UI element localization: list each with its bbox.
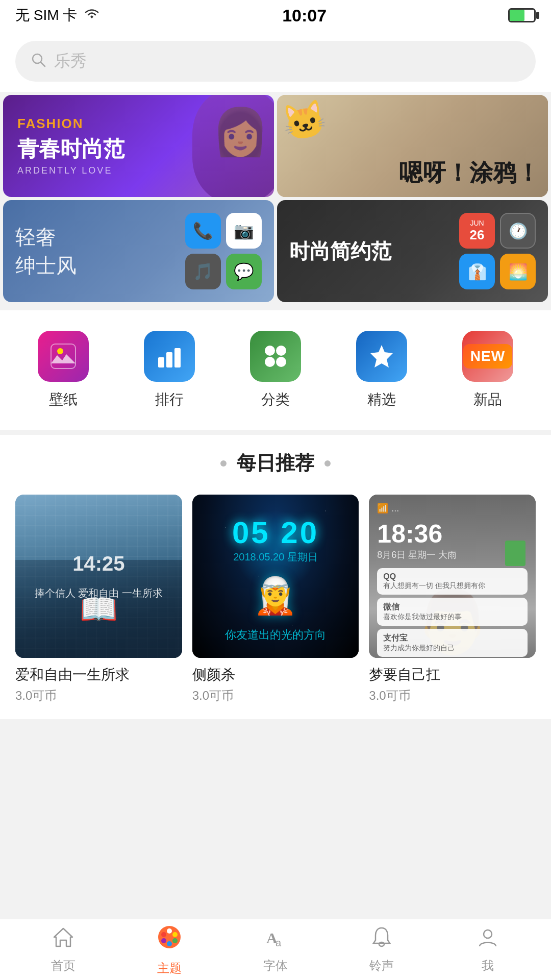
theme-date-3: 8月6日 星期一 大雨 [377,549,528,561]
svg-point-10 [276,357,286,367]
theme-price-1: 3.0可币 [15,688,182,704]
theme-name-1: 爱和自由一生所求 [15,665,182,684]
svg-marker-12 [54,928,72,946]
svg-rect-5 [166,352,172,368]
svg-marker-11 [370,345,393,368]
nav-ringtone-label: 铃声 [369,958,394,974]
cat-category[interactable]: 分类 [250,331,301,409]
theme-card-2[interactable]: 05 20 2018.05.20 星期日 🧝 你友道出的光的方向 侧颜杀 3.0… [192,495,359,704]
cat-featured[interactable]: 精选 [356,331,407,409]
theme-img-1: 📖 14:25 捧个信人 爱和自由 一生所求 [15,495,182,658]
svg-rect-4 [158,357,164,368]
theme-date-2: 2018.05.20 星期日 [233,550,318,564]
cat-rank[interactable]: 排行 [144,331,195,409]
nav-theme[interactable]: 主题 [116,923,222,976]
nav-ringtone[interactable]: 铃声 [329,926,435,974]
nav-ringtone-icon [370,926,393,953]
music-icon: 🎵 [185,254,221,289]
status-bar: 无 SIM 卡 10:07 [0,0,551,31]
cat-featured-label: 精选 [367,390,396,409]
status-right [508,8,536,22]
theme-time-2: 05 20 [232,515,319,550]
banner-gentleman-text: 轻奢绅士风 [15,223,77,280]
bottom-nav: 首页 主题 A a 字体 [0,919,551,980]
cat-wallpaper-icon [38,331,89,382]
status-time: 10:07 [282,6,327,26]
svg-point-15 [172,932,178,937]
notif-2: 微信 喜欢你是我做过最好的事 [377,598,528,626]
wifi-icon [83,7,101,24]
banner-fashion[interactable]: FASHION 青春时尚范 ARDENTLY LOVE 👩 [3,95,274,197]
nav-font-label: 字体 [263,958,288,974]
camera-icon: 📷 [226,213,262,249]
nav-theme-label: 主题 [157,960,182,976]
cat-new[interactable]: NEW 新品 [462,331,513,409]
cat-wallpaper-label: 壁纸 [49,390,78,409]
nav-me-label: 我 [482,958,494,974]
svg-point-17 [167,941,172,946]
nav-font[interactable]: A a 字体 [222,926,329,974]
theme-price-2: 3.0可币 [192,688,359,704]
theme-img-3: 👨 📶... 18:36 8月6日 星期一 大雨 QQ 有人想拥有一切 但我只想 [369,495,536,658]
new-badge-text: NEW [463,344,512,369]
clock-icon: 🕐 [500,213,536,249]
banner-simple-text: 时尚简约范 [289,237,449,265]
notif-3: 支付宝 努力成为你最好的自己 [377,629,528,657]
theme-img-2: 05 20 2018.05.20 星期日 🧝 你友道出的光的方向 [192,495,359,658]
cat-rank-label: 排行 [155,390,184,409]
theme-name-3: 梦要自己扛 [369,665,536,684]
daily-section: 每日推荐 📖 14:25 捧个信人 爱和自由 一生所求 [0,435,551,719]
theme-price-3: 3.0可币 [369,688,536,704]
suit-icon: 👔 [459,254,495,289]
banner-graffiti[interactable]: 🐱 嗯呀！涂鸦！ [277,95,548,197]
cat-new-icon: NEW [462,331,513,382]
image-icon: 🌅 [500,254,536,289]
msg-icon: 💬 [226,254,262,289]
svg-point-16 [172,938,178,943]
svg-point-9 [265,357,275,367]
themes-grid: 📖 14:25 捧个信人 爱和自由 一生所求 爱和自由一生所求 3.0可币 [15,495,536,704]
banner-gentleman[interactable]: 轻奢绅士风 📞 📷 🎵 💬 [3,200,274,302]
theme-card-3[interactable]: 👨 📶... 18:36 8月6日 星期一 大雨 QQ 有人想拥有一切 但我只想 [369,495,536,704]
calendar-icon: JUN 26 [459,213,495,249]
banner-graffiti-text: 嗯呀！涂鸦！ [399,159,540,187]
svg-point-23 [484,930,492,938]
theme-quote-2: 你友道出的光的方向 [220,622,331,648]
nav-home[interactable]: 首页 [10,926,116,974]
daily-header: 每日推荐 [15,450,536,476]
theme-overlay-1: 14:25 捧个信人 爱和自由 一生所求 [15,495,182,658]
cat-wallpaper[interactable]: 壁纸 [38,331,89,409]
daily-dot-right [324,460,331,467]
search-input-wrap[interactable]: 乐秀 [15,41,536,82]
svg-point-22 [379,942,384,946]
cat-category-icon [250,331,301,382]
theme-card-1[interactable]: 📖 14:25 捧个信人 爱和自由 一生所求 爱和自由一生所求 3.0可币 [15,495,182,704]
svg-rect-3 [51,344,76,369]
theme-time-1: 14:25 [72,552,124,575]
nav-me[interactable]: 我 [435,926,541,974]
status-left: 无 SIM 卡 [15,6,101,25]
theme-name-2: 侧颜杀 [192,665,359,684]
cat-new-label: 新品 [473,390,502,409]
svg-point-14 [167,928,172,934]
cat-featured-icon [356,331,407,382]
cat-category-label: 分类 [261,390,290,409]
svg-text:a: a [276,937,282,948]
daily-title: 每日推荐 [237,450,314,476]
nav-me-icon [477,926,499,953]
banner-grid: FASHION 青春时尚范 ARDENTLY LOVE 👩 🐱 嗯呀！涂鸦！ 轻… [0,92,551,305]
svg-point-2 [57,348,63,354]
svg-rect-6 [174,348,181,368]
phone-icon: 📞 [185,213,221,249]
nav-home-icon [52,926,74,953]
nav-theme-icon [156,923,183,956]
banner-simple[interactable]: 时尚简约范 JUN 26 🕐 👔 🌅 [277,200,548,302]
daily-dot-left [220,460,227,467]
svg-point-19 [161,932,166,937]
nav-font-icon: A a [264,926,287,953]
theme-overlay-3: 📶... 18:36 8月6日 星期一 大雨 QQ 有人想拥有一切 但我只想拥有… [369,495,536,658]
theme-time-3: 18:36 [377,519,528,549]
search-placeholder-text: 乐秀 [54,50,87,72]
search-icon [31,52,46,71]
theme-notifications: QQ 有人想拥有一切 但我只想拥有你 微信 喜欢你是我做过最好的事 支付宝 努力… [377,568,528,657]
